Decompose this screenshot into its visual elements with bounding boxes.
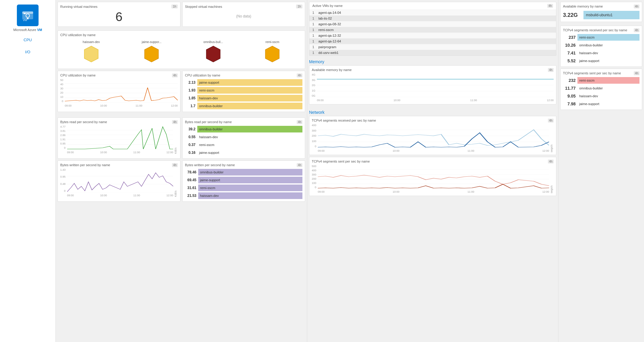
active-vms-list: 1 agent-qa-14-04 1 lab-iis-02 1 agent-qa… <box>309 10 556 55</box>
tcpv4-recv-sparkline <box>318 124 549 148</box>
cpu-bar-title: CPU utilization by name <box>185 73 220 77</box>
memory-line-panel: Available memory by name 4h 4G3G2G1G0G <box>309 65 556 104</box>
bytes-read-line-panel: Bytes read per second by name 4h 4.773.8… <box>58 117 180 159</box>
io-read-bar-fill-2: haissam-dev <box>197 134 302 140</box>
vm-list-item-3: 1 agent-qa-08-32 <box>309 21 556 27</box>
tcpv4-recv-bar-list: 237 remi-sscm 10.26 omnibus-builder 7.41… <box>563 34 639 64</box>
cpu-hex-title-row: CPU utilization by name <box>60 33 302 37</box>
tcpv4-sent-bar-val-2: 11.77 <box>563 86 576 91</box>
top-summary-row: Running virtual machines 1h 6 Stopped vi… <box>56 0 307 29</box>
bytes-read-line-badge: 4h <box>172 120 178 124</box>
bytes-written-line-badge: 4h <box>172 163 178 167</box>
memory-chart-area: 4G3G2G1G0G 09:0010:0011:0012:00 <box>312 73 554 102</box>
tcpv4-sent-chart-area: 5004003002001000 09: <box>312 165 554 193</box>
io-read-bar-val-1: 39.2 <box>185 127 195 131</box>
tcpv4-sent-sparkline <box>318 165 549 189</box>
memory-nav-label[interactable]: Memory <box>309 59 324 64</box>
cpu-hex-title: CPU utilization by name <box>60 33 95 37</box>
memory-sparkline <box>317 73 554 97</box>
tcpv4-recv-bar-fill-1: remi-sscm <box>577 34 639 41</box>
bytes-written-sparkline <box>67 168 173 192</box>
tcpv4-recv-bar-item-2: 10.26 omnibus-builder <box>563 42 639 48</box>
sidebar-item-io[interactable]: I/O <box>25 50 30 54</box>
io-read-bar-fill-1: omnibus-builder <box>197 126 302 132</box>
bytes-written-bar-badge: 4h <box>297 163 302 167</box>
vm-list-item-6: 1 agent-qa-12-64 <box>309 38 556 44</box>
hex-shape-4 <box>265 45 280 63</box>
memory-bar-title: Available memory by name <box>563 5 603 8</box>
vm-list-item-4: 1 remi-sscm <box>309 27 556 33</box>
sidebar: VM Microsoft Azure VM CPU I/O <box>0 0 56 342</box>
running-vms-badge: 1h <box>171 5 178 8</box>
tcpv4-sent-badge: 4h <box>548 160 554 163</box>
io-read-bar-item-1: 39.2 omnibus-builder <box>185 126 302 132</box>
memory-bar-item-1: 3.22G msbuild-ubuntu1 <box>563 11 639 19</box>
bytes-read-chart-area: 4.773.812.861.910.950 <box>60 125 178 154</box>
io-read-bar-fill-4: jaime-support <box>197 149 302 156</box>
bytes-read-bar-list: 39.2 omnibus-builder 0.55 haissam-dev <box>185 126 302 156</box>
tcpv4-sent-bar-fill-2: omnibus-builder <box>577 85 639 92</box>
io-read-row: Bytes read per second by name 4h 4.773.8… <box>58 117 305 159</box>
cpu-charts-row: CPU utilization by name 4h 50403020100 <box>58 71 305 112</box>
tcpv4-sent-bar-badge: 4h <box>634 71 639 75</box>
memory-bar-badge: 4h <box>634 5 639 8</box>
bytes-written-line-panel: Bytes written per second by name 4h 1.43… <box>58 160 180 202</box>
cpu-section: CPU utilization by name haissam-dev jaim… <box>56 29 307 116</box>
hex-items-row: haissam-dev jaime-suppor... <box>60 37 302 66</box>
vm-list-item-8: 1 dd-usrv-web1 <box>309 50 556 55</box>
cpu-bar-item-4: 1.7 omnibus-builder <box>185 103 302 109</box>
tcpv4-recv-bar-fill-2: omnibus-builder <box>577 42 639 48</box>
cpu-bar-item-3: 1.85 haissam-dev <box>185 95 302 101</box>
tcpv4-recv-bar-item-3: 7.41 haissam-dev <box>563 50 639 56</box>
running-vms-title: Running virtual machines <box>60 5 98 8</box>
tcpv4-sent-bar-title: TCPv4 segments sent per sec by name <box>563 71 621 75</box>
hex-shape-2 <box>144 45 159 63</box>
tcpv4-sent-bar-fill-1: remi-sscm <box>577 77 639 84</box>
tcpv4-sent-bar-item-4: 7.98 jaime-support <box>563 101 639 107</box>
io-write-bar-fill-3: remi-sscm <box>198 185 302 191</box>
hex-label-4: remi-sscm <box>265 40 279 44</box>
io-write-bar-fill-4: haissam-dev <box>198 192 302 199</box>
io-write-bar-fill-2: jaime-support <box>198 177 302 183</box>
cpu-bar-fill-1: jaime-support <box>197 79 302 86</box>
sidebar-item-cpu[interactable]: CPU <box>23 38 32 42</box>
io-write-bar-fill-1: omnibus-builder <box>198 169 302 176</box>
io-write-bar-val-2: 69.45 <box>185 178 196 182</box>
active-vms-title: Active VMs by name <box>312 4 342 8</box>
hex-shape-3 <box>206 45 221 63</box>
memory-bar-val: 3.22G <box>563 12 581 18</box>
active-vms-section: Active VMs by name 4h 1 agent-qa-14-04 1… <box>307 0 558 58</box>
tcpv4-recv-title: TCPv4 segments received per sec by name <box>312 119 376 123</box>
memory-bar-panel: Available memory by name 4h 3.22G msbuil… <box>560 2 642 22</box>
memory-line-badge: 4h <box>548 68 554 72</box>
io-write-bar-val-1: 78.46 <box>185 170 196 174</box>
bytes-written-bar-list: 78.46 omnibus-builder 69.45 jaime-suppor… <box>185 169 302 199</box>
sidebar-logo-title: Microsoft Azure VM <box>13 28 42 32</box>
right-bars-col: Available memory by name 4h 3.22G msbuil… <box>558 0 644 342</box>
io-write-row: Bytes written per second by name 4h 1.43… <box>58 160 305 202</box>
tcpv4-recv-chart-area: 4003002001000 09:0010:0011:0012:00 <box>312 124 554 152</box>
svg-marker-9 <box>265 46 279 62</box>
io-read-bar-val-3: 0.37 <box>185 143 195 147</box>
io-read-bar-item-3: 0.37 remi-sscm <box>185 141 302 148</box>
cpu-bar-item-2: 1.93 remi-sscm <box>185 87 302 94</box>
tcpv4-recv-bar-panel: TCPv4 segments received per sec by name … <box>560 26 642 67</box>
bytes-read-bar-title: Bytes read per second by name <box>185 120 232 124</box>
sidebar-navigation: CPU I/O <box>5 38 51 54</box>
cpu-bar-val-4: 1.7 <box>185 104 195 108</box>
active-vms-badge: 4h <box>547 4 553 8</box>
svg-rect-4 <box>27 18 29 19</box>
bytes-written-bar-title: Bytes written per second by name <box>185 163 235 167</box>
io-write-bar-item-3: 31.61 remi-sscm <box>185 185 302 191</box>
io-read-bar-fill-3: remi-sscm <box>197 141 302 148</box>
tcpv4-sent-bar-list: 232 remi-sscm 11.77 omnibus-builder 9.05… <box>563 77 639 107</box>
bytes-read-bar-badge: 4h <box>297 120 302 124</box>
io-section: Bytes read per second by name 4h 4.773.8… <box>56 116 307 204</box>
hex-label-3: omnibus-buil... <box>203 40 223 44</box>
network-nav-label[interactable]: Network <box>309 110 324 115</box>
io-write-bar-val-4: 21.53 <box>185 194 196 198</box>
active-vms-header: Active VMs by name 4h <box>309 2 556 10</box>
vm-list-item-1: 1 agent-qa-14-04 <box>309 10 556 15</box>
network-section: Network TCPv4 segments received per sec … <box>307 108 558 198</box>
io-read-bar-val-2: 0.55 <box>185 135 195 139</box>
